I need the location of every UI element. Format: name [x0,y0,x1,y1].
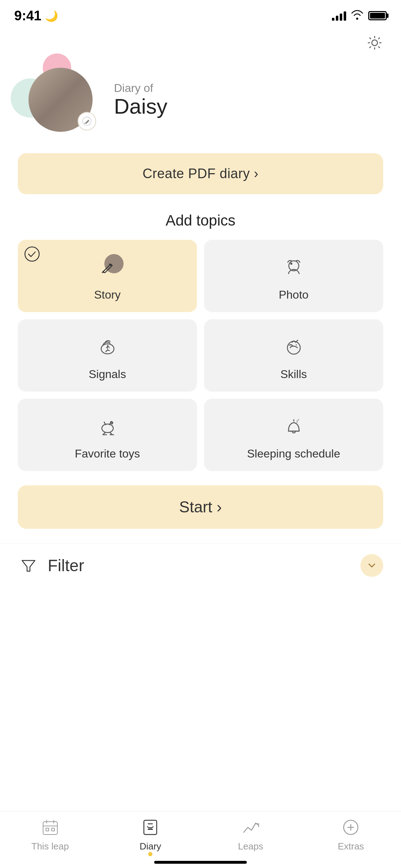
this-leap-icon [40,817,61,838]
topic-card-sleeping-schedule[interactable]: z z Sleeping schedule [204,399,383,471]
svg-point-9 [296,345,297,346]
svg-point-7 [287,341,300,354]
filter-funnel-icon [18,555,39,576]
topics-grid: Story Photo [0,240,401,471]
svg-point-8 [291,345,292,346]
nav-item-extras[interactable]: Extras [301,817,401,852]
start-button[interactable]: Start › [18,485,383,529]
topic-photo-label: Photo [279,288,309,301]
create-pdf-button[interactable]: Create PDF diary › [18,153,383,194]
nav-item-diary[interactable]: Diary [100,817,201,852]
wifi-icon [351,10,363,22]
svg-point-5 [290,263,292,265]
baby-name: Daisy [114,95,167,118]
extras-icon [340,817,361,838]
profile-info: Diary of Daisy [114,82,167,118]
check-icon [24,246,40,262]
nav-item-this-leap[interactable]: This leap [0,817,100,852]
favorite-toys-icon [93,413,122,441]
filter-left: Filter [18,555,84,576]
topic-card-signals[interactable]: Signals [18,319,197,392]
moon-icon: 🌙 [45,10,58,22]
avatar-container [21,61,100,139]
status-icons [332,10,387,22]
filter-chevron-button[interactable] [360,554,383,577]
signal-icon [332,11,346,21]
nav-label-diary: Diary [140,841,161,852]
svg-rect-16 [52,828,54,831]
svg-rect-14 [43,822,57,835]
start-button-wrap: Start › [0,482,401,539]
topic-favorite-toys-label: Favorite toys [75,447,140,460]
photo-icon [280,254,308,283]
battery-icon [368,11,387,20]
settings-button[interactable] [364,32,385,53]
status-time: 9:41 [14,8,41,24]
topic-card-favorite-toys[interactable]: Favorite toys [18,399,197,471]
svg-rect-15 [46,828,49,831]
status-bar: 9:41 🌙 [0,0,401,29]
signals-icon [93,334,122,362]
filter-label: Filter [48,556,84,575]
leaps-icon [240,817,261,838]
bottom-nav: This leap Diary Leaps [0,811,401,868]
sleeping-schedule-icon: z z [280,413,308,441]
skills-icon [280,334,308,362]
profile-section: Diary of Daisy [0,53,401,150]
story-icon-wrap [92,254,124,283]
svg-point-0 [372,40,377,46]
nav-active-dot [148,852,152,856]
home-indicator [154,861,247,864]
topic-card-story[interactable]: Story [18,240,197,312]
topic-card-skills[interactable]: Skills [204,319,383,392]
pencil-icon [97,258,118,279]
topic-story-label: Story [94,288,121,301]
topic-sleeping-schedule-label: Sleeping schedule [247,447,340,460]
nav-label-this-leap: This leap [31,841,69,852]
nav-label-extras: Extras [338,841,364,852]
diary-of-label: Diary of [114,82,167,95]
edit-avatar-button[interactable] [78,112,96,130]
nav-label-leaps: Leaps [238,841,263,852]
svg-point-3 [25,247,39,261]
header-row [0,29,401,53]
topic-skills-label: Skills [280,368,307,381]
svg-line-2 [85,123,85,124]
topic-signals-label: Signals [89,368,126,381]
filter-section: Filter [0,543,401,584]
pdf-button-wrap: Create PDF diary › [0,150,401,208]
diary-icon [140,817,161,838]
svg-point-10 [102,424,113,433]
topic-card-photo[interactable]: Photo [204,240,383,312]
svg-text:z: z [298,418,299,421]
nav-item-leaps[interactable]: Leaps [200,817,301,852]
add-topics-title: Add topics [0,212,401,229]
